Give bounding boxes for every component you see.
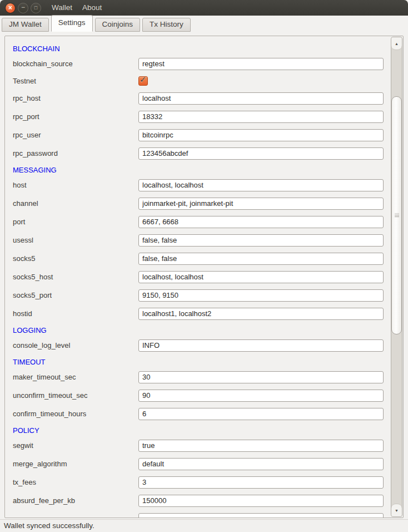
settings-panel: BLOCKCHAINblockchain_sourceTestnet✓rpc_h… bbox=[4, 36, 404, 518]
field-label: blockchain_source bbox=[13, 60, 138, 68]
field-input-port[interactable] bbox=[138, 216, 384, 228]
settings-row: segwit bbox=[13, 436, 387, 455]
field-label: socks5_port bbox=[13, 291, 138, 299]
field-input-merge_algorithm[interactable] bbox=[138, 458, 384, 470]
scroll-down-button[interactable]: ▼ bbox=[391, 504, 402, 516]
section-header-messaging: MESSAGING bbox=[13, 164, 387, 176]
settings-row: channel bbox=[13, 194, 387, 213]
settings-row: rpc_port bbox=[13, 107, 387, 126]
field-input-tx_fees[interactable] bbox=[138, 476, 384, 489]
minimize-icon: − bbox=[21, 4, 25, 11]
menu-wallet[interactable]: Wallet bbox=[47, 0, 77, 16]
tab-tx-history[interactable]: Tx History bbox=[142, 18, 191, 32]
field-label: port bbox=[13, 218, 138, 226]
statusbar: Wallet synced successfully. bbox=[0, 519, 408, 532]
field-input-host[interactable] bbox=[138, 179, 384, 191]
titlebar[interactable]: ×−□ WalletAbout bbox=[0, 0, 408, 16]
field-input-blockchain_source[interactable] bbox=[138, 58, 384, 70]
settings-row: socks5_host bbox=[13, 268, 387, 286]
settings-row bbox=[13, 510, 387, 518]
field-label: unconfirm_timeout_sec bbox=[13, 391, 138, 400]
settings-row: Testnet✓ bbox=[13, 73, 387, 89]
main-area: BLOCKCHAINblockchain_sourceTestnet✓rpc_h… bbox=[0, 32, 408, 520]
field-label: Testnet bbox=[13, 77, 138, 85]
scroll-down-icon: ▼ bbox=[395, 509, 399, 513]
field-input-maker_timeout_sec[interactable] bbox=[138, 371, 384, 383]
section-header-blockchain: BLOCKCHAIN bbox=[13, 42, 387, 55]
field-input-socks5_port[interactable] bbox=[138, 289, 384, 302]
field-label: merge_algorithm bbox=[13, 460, 138, 468]
minimize-button[interactable]: − bbox=[18, 3, 28, 13]
settings-row: hostid bbox=[13, 304, 387, 323]
maximize-icon: □ bbox=[34, 6, 37, 11]
check-icon: ✓ bbox=[140, 75, 147, 85]
settings-row: host bbox=[13, 176, 387, 194]
field-label: host bbox=[13, 181, 138, 189]
field-label: confirm_timeout_hours bbox=[13, 410, 138, 418]
field-input-channel[interactable] bbox=[138, 198, 384, 210]
field-input-usessl[interactable] bbox=[138, 234, 384, 247]
field-label: channel bbox=[13, 199, 138, 208]
field-input-socks5_host[interactable] bbox=[138, 271, 384, 283]
field-input-segwit[interactable] bbox=[138, 440, 384, 452]
field-label: usessl bbox=[13, 236, 138, 244]
tab-coinjoins[interactable]: Coinjoins bbox=[95, 18, 141, 32]
field-label: hostid bbox=[13, 309, 138, 318]
settings-row: confirm_timeout_hours bbox=[13, 405, 387, 423]
section-header-timeout: TIMEOUT bbox=[13, 356, 387, 368]
field-input-socks5[interactable] bbox=[138, 253, 384, 265]
field-input-rpc_host[interactable] bbox=[138, 92, 384, 105]
field-label: absurd_fee_per_kb bbox=[13, 496, 138, 505]
status-message: Wallet synced successfully. bbox=[4, 521, 94, 530]
field-input-rpc_port[interactable] bbox=[138, 111, 384, 123]
section-header-policy: POLICY bbox=[13, 424, 387, 436]
tab-jm-wallet[interactable]: JM Wallet bbox=[2, 18, 49, 32]
settings-row: socks5 bbox=[13, 249, 387, 268]
field-label: tx_fees bbox=[13, 478, 138, 486]
settings-content: BLOCKCHAINblockchain_sourceTestnet✓rpc_h… bbox=[5, 36, 391, 518]
field-input-rpc_user[interactable] bbox=[138, 129, 384, 141]
settings-row: merge_algorithm bbox=[13, 455, 387, 473]
close-button[interactable]: × bbox=[5, 3, 16, 13]
settings-row: rpc_user bbox=[13, 126, 387, 144]
scroll-up-icon: ▲ bbox=[395, 42, 399, 46]
section-header-logging: LOGGING bbox=[13, 324, 387, 336]
field-label: rpc_user bbox=[13, 131, 138, 139]
field-label: rpc_port bbox=[13, 112, 138, 121]
field-input-confirm_timeout_hours[interactable] bbox=[138, 408, 384, 420]
field-input-unconfirm_timeout_sec[interactable] bbox=[138, 390, 384, 402]
settings-row: socks5_port bbox=[13, 286, 387, 304]
settings-row: tx_fees bbox=[13, 473, 387, 491]
scrollbar-grip bbox=[395, 214, 399, 218]
scrollbar-thumb[interactable] bbox=[391, 96, 402, 334]
field-label: rpc_host bbox=[13, 94, 138, 102]
tabbar: JM WalletSettingsCoinjoinsTx History bbox=[0, 16, 408, 32]
settings-row: console_log_level bbox=[13, 336, 387, 354]
menubar: WalletAbout bbox=[47, 0, 107, 16]
settings-row: port bbox=[13, 213, 387, 231]
tab-settings[interactable]: Settings bbox=[51, 15, 93, 32]
menu-about[interactable]: About bbox=[77, 0, 107, 16]
settings-row: rpc_host bbox=[13, 89, 387, 107]
field-label: console_log_level bbox=[13, 341, 138, 349]
window-controls: ×−□ bbox=[0, 3, 41, 13]
field-label: rpc_password bbox=[13, 149, 138, 157]
close-icon: × bbox=[8, 4, 12, 11]
maximize-button[interactable]: □ bbox=[31, 3, 41, 13]
field-input-hostid[interactable] bbox=[138, 308, 384, 320]
settings-row: unconfirm_timeout_sec bbox=[13, 386, 387, 405]
settings-row: maker_timeout_sec bbox=[13, 368, 387, 386]
field-input-partial[interactable] bbox=[138, 513, 384, 518]
settings-row: absurd_fee_per_kb bbox=[13, 491, 387, 510]
field-label: socks5 bbox=[13, 254, 138, 263]
field-label: maker_timeout_sec bbox=[13, 373, 138, 381]
scrollbar[interactable]: ▲ ▼ bbox=[391, 37, 402, 517]
testnet-checkbox[interactable]: ✓ bbox=[138, 76, 148, 86]
field-label: socks5_host bbox=[13, 273, 138, 281]
field-input-console_log_level[interactable] bbox=[138, 339, 384, 352]
settings-row: rpc_password bbox=[13, 144, 387, 162]
field-input-rpc_password[interactable] bbox=[138, 147, 384, 160]
field-input-absurd_fee_per_kb[interactable] bbox=[138, 495, 384, 507]
scroll-up-button[interactable]: ▲ bbox=[391, 37, 402, 50]
settings-row: usessl bbox=[13, 231, 387, 249]
